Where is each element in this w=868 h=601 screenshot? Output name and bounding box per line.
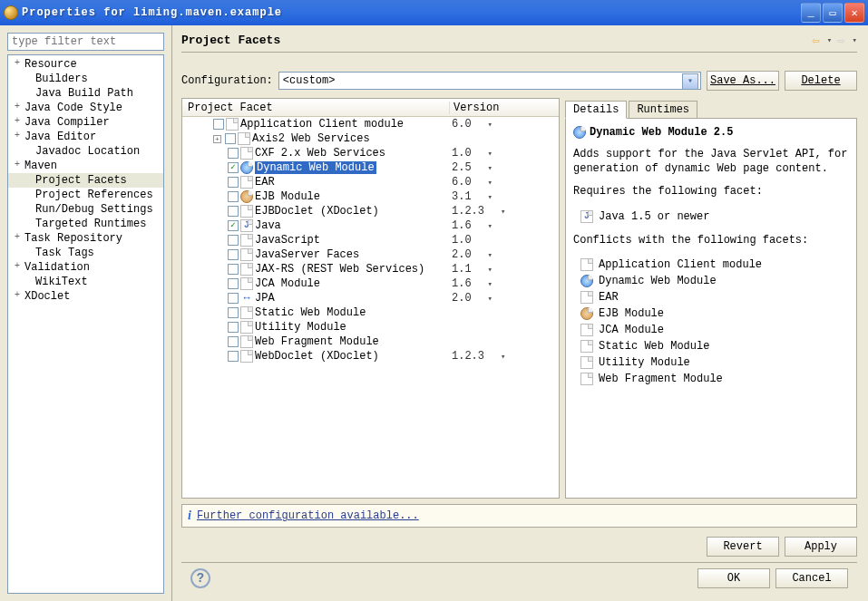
tree-expander-icon[interactable]: + [12,291,23,302]
category-tree[interactable]: +ResourceBuildersJava Build Path+Java Co… [7,54,164,594]
sidebar-item-targeted-runtimes[interactable]: Targeted Runtimes [8,217,163,231]
minimize-button[interactable]: _ [801,3,821,23]
sidebar-item-java-code-style[interactable]: +Java Code Style [8,101,163,115]
facet-checkbox[interactable] [228,264,239,275]
facet-checkbox[interactable] [228,235,239,246]
facet-checkbox[interactable] [228,336,239,347]
facet-row[interactable]: Static Web Module [182,305,559,320]
ok-button[interactable]: OK [697,568,770,588]
further-config-bar[interactable]: i Further configuration available... [181,504,857,528]
nav-forward-dropdown[interactable]: ▾ [853,35,857,45]
sidebar-item-builders[interactable]: Builders [8,72,163,86]
tree-expander-icon[interactable]: + [12,262,23,273]
sidebar-item-xdoclet[interactable]: +XDoclet [8,289,163,304]
nav-back-button[interactable]: ⇦ [812,33,819,48]
sidebar-item-java-editor[interactable]: +Java Editor [8,130,163,144]
facet-row[interactable]: WebDoclet (XDoclet)1.2.3▾ [182,349,559,364]
facet-row[interactable]: EJBDoclet (XDoclet)1.2.3▾ [182,204,559,218]
facet-checkbox[interactable] [228,278,239,289]
facet-checkbox[interactable] [228,148,239,159]
sidebar-item-maven[interactable]: +Maven [8,159,163,173]
nav-back-dropdown[interactable]: ▾ [827,35,832,45]
facet-checkbox[interactable] [228,351,239,362]
facet-checkbox[interactable] [228,206,239,217]
apply-button[interactable]: Apply [785,537,857,557]
version-dropdown-icon[interactable]: ▾ [488,120,493,130]
tree-expander-icon[interactable]: + [12,59,23,70]
jpa-icon: ↔ [240,292,253,305]
version-dropdown-icon[interactable]: ▾ [488,279,493,289]
tab-details[interactable]: Details [565,101,627,119]
tab-runtimes[interactable]: Runtimes [629,101,697,119]
tree-expander-icon[interactable]: + [12,102,23,113]
facet-row[interactable]: JCA Module1.6▾ [182,276,559,291]
version-dropdown-icon[interactable]: ▾ [488,149,493,159]
facet-checkbox[interactable]: ✓ [228,220,239,231]
version-dropdown-icon[interactable]: ▾ [488,250,493,260]
sidebar-item-task-tags[interactable]: Task Tags [8,246,163,260]
sidebar-item-wikitext[interactable]: WikiText [8,275,163,289]
facet-row[interactable]: +Axis2 Web Services [182,131,559,146]
configuration-combo[interactable]: <custom> [278,72,701,90]
sidebar-item-project-references[interactable]: Project References [8,188,163,202]
facet-row[interactable]: ↔JPA2.0▾ [182,291,559,305]
facet-checkbox[interactable] [228,293,239,304]
sidebar-item-project-facets[interactable]: Project Facets [8,173,163,188]
further-config-link[interactable]: Further configuration available... [197,509,419,522]
save-as-button[interactable]: Save As... [707,71,779,91]
facet-checkbox[interactable] [213,119,224,130]
version-dropdown-icon[interactable]: ▾ [488,163,493,173]
globe-icon [580,275,593,287]
facet-checkbox[interactable] [228,249,239,260]
version-dropdown-icon[interactable]: ▾ [488,265,493,275]
facet-row[interactable]: ✓JJava1.6▾ [182,218,559,233]
revert-button[interactable]: Revert [707,537,779,557]
cancel-button[interactable]: Cancel [775,568,848,588]
help-button[interactable]: ? [190,568,210,588]
facet-row[interactable]: Web Fragment Module [182,334,559,349]
facet-checkbox[interactable]: ✓ [228,162,239,173]
sidebar-item-java-compiler[interactable]: +Java Compiler [8,115,163,130]
maximize-button[interactable]: ▭ [823,3,843,23]
col-version[interactable]: Version [450,102,559,114]
facet-row[interactable]: JAX-RS (REST Web Services)1.1▾ [182,262,559,276]
facet-row[interactable]: EAR6.0▾ [182,175,559,189]
facet-checkbox[interactable] [228,191,239,202]
tree-expander-icon[interactable]: + [213,135,221,143]
tree-expander-icon[interactable]: + [12,160,23,171]
facet-row[interactable]: CXF 2.x Web Services1.0▾ [182,146,559,160]
version-dropdown-icon[interactable]: ▾ [501,207,505,217]
facet-checkbox[interactable] [228,307,239,318]
sidebar-item-java-build-path[interactable]: Java Build Path [8,86,163,101]
version-dropdown-icon[interactable]: ▾ [501,352,505,362]
tree-expander-icon[interactable]: + [12,233,23,244]
version-dropdown-icon[interactable]: ▾ [488,178,493,188]
version-dropdown-icon[interactable]: ▾ [488,221,493,231]
sidebar-item-validation[interactable]: +Validation [8,260,163,275]
sidebar-item-run-debug-settings[interactable]: Run/Debug Settings [8,202,163,217]
facet-checkbox[interactable] [228,177,239,188]
facet-checkbox[interactable] [225,133,236,144]
sidebar-item-task-repository[interactable]: +Task Repository [8,231,163,246]
tree-expander-icon[interactable]: + [12,131,23,142]
facet-row[interactable]: JavaServer Faces2.0▾ [182,247,559,262]
facet-row[interactable]: EJB Module3.1▾ [182,189,559,204]
file-icon [580,340,593,353]
facet-row[interactable]: ✓Dynamic Web Module2.5▾ [182,160,559,175]
detail-title: Dynamic Web Module 2.5 [590,126,733,139]
version-dropdown-icon[interactable]: ▾ [488,192,493,202]
tree-expander-icon[interactable]: + [12,117,23,128]
close-button[interactable]: ✕ [844,3,864,23]
facet-row[interactable]: Utility Module [182,320,559,334]
sidebar-item-javadoc-location[interactable]: Javadoc Location [8,144,163,159]
delete-button[interactable]: Delete [785,71,857,91]
facet-table[interactable]: Project Facet Version Application Client… [181,98,560,499]
file-icon [240,205,253,218]
facet-row[interactable]: Application Client module6.0▾ [182,117,559,131]
sidebar-item-resource[interactable]: +Resource [8,57,163,72]
version-dropdown-icon[interactable]: ▾ [488,294,493,304]
col-facet[interactable]: Project Facet [182,102,450,114]
facet-checkbox[interactable] [228,322,239,333]
facet-row[interactable]: JavaScript1.0 [182,233,559,247]
filter-input[interactable] [7,33,164,51]
